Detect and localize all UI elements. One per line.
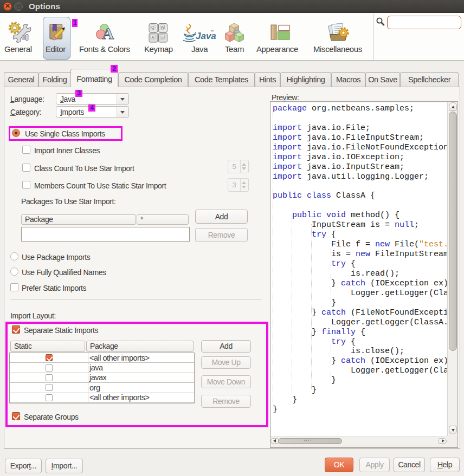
svg-text:Q: Q — [151, 25, 154, 30]
svg-text:W: W — [161, 25, 165, 29]
svg-text:Java: Java — [196, 31, 216, 41]
svg-text:A: A — [152, 35, 154, 39]
svg-text:S: S — [161, 35, 164, 39]
svg-text:A: A — [102, 24, 114, 42]
